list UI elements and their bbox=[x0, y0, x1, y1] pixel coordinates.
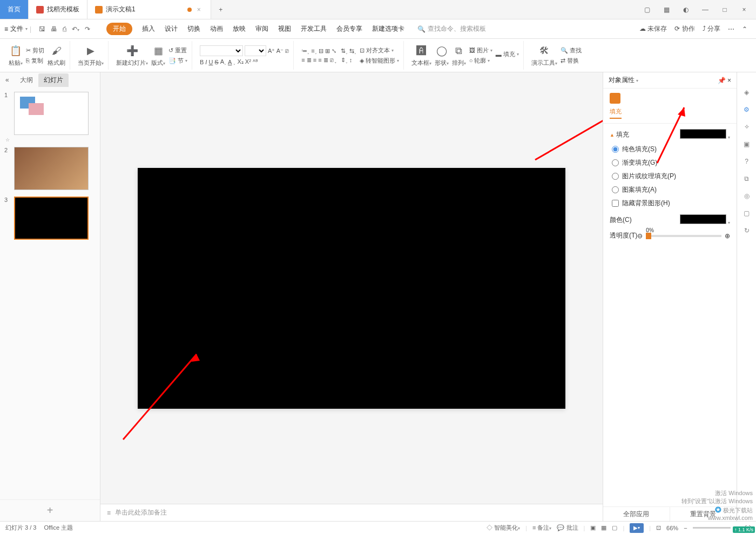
transparency-slider[interactable]: 0% bbox=[646, 235, 721, 237]
apps-icon[interactable]: ▦ bbox=[660, 3, 673, 16]
format-painter-button[interactable]: 🖌格式刷 bbox=[48, 44, 65, 67]
start-current-button[interactable]: ▶当页开始▾ bbox=[78, 44, 104, 67]
zoom-slider[interactable] bbox=[693, 527, 731, 529]
menu-tab-start[interactable]: 开始 bbox=[106, 23, 132, 35]
normal-view-icon[interactable]: ▣ bbox=[590, 524, 596, 531]
window-layout-icon[interactable]: ▢ bbox=[640, 3, 653, 16]
tab-document[interactable]: 演示文稿1 × bbox=[87, 0, 211, 19]
zoom-out-icon[interactable]: − bbox=[684, 525, 687, 531]
share-link[interactable]: ⤴ 分享 bbox=[703, 24, 720, 33]
radio-gradient-fill[interactable]: 渐变填充(G) bbox=[612, 158, 730, 167]
sync-icon[interactable]: ↻ bbox=[744, 227, 750, 234]
comments-toggle[interactable]: 💬 批注 bbox=[557, 524, 578, 532]
settings-icon[interactable]: ⚙ bbox=[744, 106, 750, 113]
add-slide-button[interactable]: + bbox=[0, 499, 100, 521]
fill-tab-icon[interactable] bbox=[610, 93, 620, 104]
color-picker[interactable] bbox=[680, 214, 726, 224]
paste-button[interactable]: 📋粘贴▾ bbox=[9, 44, 23, 67]
radio-solid-fill[interactable]: 纯色填充(S) bbox=[612, 145, 730, 154]
file-menu[interactable]: 文件▾ bbox=[10, 24, 28, 33]
new-slide-button[interactable]: ➕新建幻灯片▾ bbox=[116, 44, 148, 67]
slide-thumb-3[interactable] bbox=[14, 197, 89, 240]
collapse-panel-icon[interactable]: « bbox=[0, 76, 15, 84]
fill-button[interactable]: ▬ 填充▾ bbox=[496, 50, 519, 58]
apply-all-button[interactable]: 全部应用 bbox=[603, 507, 670, 521]
target-icon[interactable]: ◎ bbox=[744, 192, 750, 200]
search-input[interactable]: 🔍 查找命令、搜索模板 bbox=[417, 24, 486, 33]
reading-view-icon[interactable]: ▢ bbox=[612, 524, 617, 531]
section-button[interactable]: 📑 节▾ bbox=[168, 57, 187, 65]
beautify-button[interactable]: ◇ 智能美化▾ bbox=[487, 524, 520, 532]
fill-preview-swatch[interactable] bbox=[680, 129, 726, 139]
find-button[interactable]: 🔍 查找 bbox=[561, 46, 582, 55]
save-icon[interactable]: 🖫 bbox=[39, 25, 45, 33]
help-icon[interactable]: ? bbox=[745, 158, 748, 165]
collab-link[interactable]: ⟳ 协作 bbox=[674, 24, 694, 33]
notes-toggle[interactable]: ≡ 备注▾ bbox=[532, 524, 551, 532]
menu-tab-insert[interactable]: 插入 bbox=[142, 24, 155, 33]
outline-button[interactable]: ○ 轮廓▾ bbox=[469, 57, 492, 65]
decrease-icon[interactable]: ⊖ bbox=[637, 232, 643, 240]
more-icon[interactable]: ⋯ bbox=[728, 25, 734, 33]
menu-tab-transition[interactable]: 切换 bbox=[187, 24, 200, 33]
menu-tab-animation[interactable]: 动画 bbox=[210, 24, 223, 33]
picture-button[interactable]: 🖼 图片▾ bbox=[469, 46, 492, 55]
radio-picture-fill[interactable]: 图片或纹理填充(P) bbox=[612, 172, 730, 181]
text-dir-row[interactable]: ⇅˯ ⇆˯ bbox=[341, 48, 356, 55]
increase-icon[interactable]: ⊕ bbox=[725, 232, 730, 240]
tab-home[interactable]: 首页 bbox=[0, 0, 29, 19]
device-icon[interactable]: ▢ bbox=[744, 209, 750, 217]
maximize-button[interactable]: □ bbox=[718, 3, 731, 16]
undo-icon[interactable]: ↶▾ bbox=[72, 25, 79, 33]
minimize-button[interactable]: — bbox=[699, 3, 712, 16]
avatar-icon[interactable]: ◐ bbox=[679, 3, 692, 16]
checkbox-hide-bg[interactable]: 隐藏背景图形(H) bbox=[612, 199, 730, 208]
slide-canvas[interactable] bbox=[138, 168, 565, 409]
font-style-row[interactable]: B I U S A˯ A˯ X₂ X² ᴬᴮ bbox=[200, 58, 289, 65]
redo-icon[interactable]: ↷ bbox=[85, 25, 90, 33]
zoom-value[interactable]: 66% bbox=[666, 525, 678, 531]
menu-tab-member[interactable]: 会员专享 bbox=[336, 24, 362, 33]
font-select[interactable] bbox=[200, 45, 243, 56]
menu-tab-slideshow[interactable]: 放映 bbox=[233, 24, 246, 33]
menu-tab-custom[interactable]: 新建选项卡 bbox=[372, 24, 404, 33]
menu-tab-view[interactable]: 视图 bbox=[278, 24, 291, 33]
slide-thumb-2[interactable] bbox=[14, 147, 89, 190]
arrange-button[interactable]: ⧉排列▾ bbox=[452, 44, 466, 67]
layout-button[interactable]: ▦版式▾ bbox=[151, 44, 165, 67]
layers-icon[interactable]: ▣ bbox=[744, 140, 750, 148]
close-window-button[interactable]: × bbox=[738, 3, 751, 16]
slide-thumb-1[interactable] bbox=[14, 92, 89, 135]
smart-shape-button[interactable]: ◈ 转智能图形▾ bbox=[360, 57, 399, 65]
diamond-icon[interactable]: ◈ bbox=[744, 89, 749, 96]
menu-tab-design[interactable]: 设计 bbox=[165, 24, 178, 33]
list-row[interactable]: ≔˯ ≡˯ ⊟ ⊞ ⤡ bbox=[301, 48, 338, 55]
print-preview-icon[interactable]: ⎙ bbox=[63, 25, 66, 33]
view-tab-slides[interactable]: 幻灯片 bbox=[38, 73, 69, 87]
tab-templates[interactable]: 找稻壳模板 bbox=[29, 0, 87, 19]
align-text-button[interactable]: ⊡ 对齐文本▾ bbox=[360, 46, 399, 55]
reset-button[interactable]: ↺ 重置 bbox=[168, 46, 187, 55]
add-tab-button[interactable]: + bbox=[211, 0, 231, 19]
menu-tab-review[interactable]: 审阅 bbox=[255, 24, 268, 33]
menu-tab-devtools[interactable]: 开发工具 bbox=[301, 24, 327, 33]
replace-button[interactable]: ⇄ 替换 bbox=[561, 57, 582, 65]
copy-button[interactable]: ⎘ 复制 bbox=[26, 57, 44, 65]
radio-pattern-fill[interactable]: 图案填充(A) bbox=[612, 185, 730, 194]
line-spacing-row[interactable]: ⇕˯ ↕ bbox=[341, 57, 356, 64]
hamburger-icon[interactable]: ≡ bbox=[4, 25, 8, 33]
size-select[interactable] bbox=[245, 45, 266, 56]
pin-icon[interactable]: 📌 bbox=[718, 77, 726, 84]
fill-tab-label[interactable]: 填充 bbox=[610, 107, 622, 119]
fill-section-label[interactable]: 填充 bbox=[616, 131, 629, 138]
close-panel-icon[interactable]: × bbox=[727, 77, 731, 84]
sparkle-icon[interactable]: ✧ bbox=[744, 123, 750, 131]
shapes-button[interactable]: ◯形状▾ bbox=[435, 44, 449, 67]
chevron-up-icon[interactable]: ⌃ bbox=[742, 25, 747, 33]
close-tab-icon[interactable]: × bbox=[195, 6, 203, 13]
cut-button[interactable]: ✂ 剪切 bbox=[26, 46, 44, 55]
unsaved-link[interactable]: ☁ 未保存 bbox=[639, 24, 667, 33]
slideshow-button[interactable]: ▶▾ bbox=[630, 523, 644, 533]
sorter-view-icon[interactable]: ▦ bbox=[601, 524, 606, 531]
align-row[interactable]: ≡ ≣ ≡ ≡ ≣ ⎚˯ bbox=[301, 57, 338, 64]
